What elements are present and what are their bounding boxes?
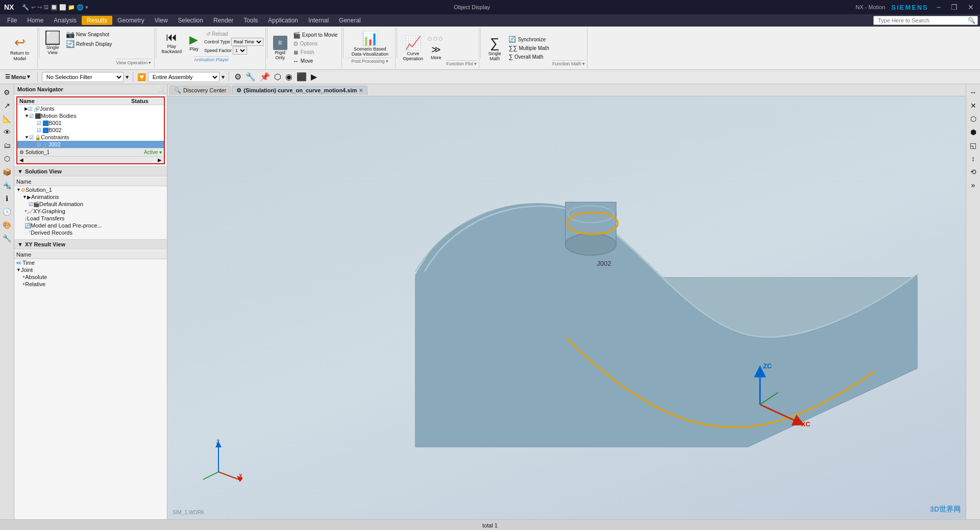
menu-home[interactable]: Home (22, 16, 48, 25)
sol-default-anim[interactable]: ☑ 🎬 Default Animation (14, 200, 167, 208)
reload-btn[interactable]: ↺ Reload (204, 31, 263, 37)
left-icon-history[interactable]: 🕓 (1, 206, 13, 218)
move-btn[interactable]: ↔ Move (291, 57, 339, 65)
xy-absolute[interactable]: + Absolute (14, 273, 167, 281)
multiple-math-btn[interactable]: ∑∑ Multiple Math (506, 44, 551, 52)
xy-time[interactable]: xc Time (14, 259, 167, 266)
return-to-model-btn[interactable]: ↩ Return toModel (8, 33, 31, 64)
selection-filter-select[interactable]: No Selection Filter (42, 72, 124, 82)
sol-solution1[interactable]: ▼ ⚙ Solution_1 (14, 186, 167, 193)
right-icon-close[interactable]: ✕ (967, 99, 979, 112)
solution-row: ⚙ Solution_1 Active ▾ (17, 148, 164, 156)
menu-application[interactable]: Application (263, 16, 303, 25)
menu-tools[interactable]: Tools (238, 16, 263, 25)
left-icon-assy[interactable]: 🔩 (1, 179, 13, 191)
sol-model-load[interactable]: 🔄 Model and Load Pre-proce... (14, 222, 167, 229)
rigid-only-btn[interactable]: R RigidOnly (271, 35, 290, 61)
left-icon-layer[interactable]: 🗂 (1, 139, 13, 152)
sol-animations[interactable]: ▼ ▶ Animations (14, 193, 167, 200)
play-btn[interactable]: ▶ Play (186, 32, 202, 53)
close-btn[interactable]: ✕ (966, 3, 976, 11)
refresh-display-btn[interactable]: 🔄 Refresh Display (64, 39, 114, 48)
menu-view[interactable]: View (150, 16, 173, 25)
left-icon-measure[interactable]: 📐 (1, 113, 13, 125)
tree-motion-bodies[interactable]: ▼ ☑ ⬛ Motion Bodies (17, 112, 164, 119)
xy-result-collapse: ▼ (17, 241, 23, 247)
speed-factor-select[interactable]: 1 (233, 46, 247, 55)
search-input[interactable] (876, 17, 968, 24)
scenario-btn[interactable]: 📊 Scenario BasedData-Visualization (350, 30, 390, 58)
control-type-select[interactable]: Real Time (231, 38, 263, 46)
left-icon-obj[interactable]: ⬡ (1, 153, 13, 165)
left-icon-color[interactable]: 🎨 (1, 219, 13, 231)
xy-joint[interactable]: ▼ Joint (14, 266, 167, 273)
left-icon-info[interactable]: ℹ (1, 192, 13, 205)
synchronize-btn[interactable]: 🔄 Synchronize (506, 35, 551, 43)
tree-joints[interactable]: ▶ ☑ 🔗 Joints (17, 105, 164, 112)
xy-result-header[interactable]: ▼ XY Result View (14, 239, 167, 249)
assembly-filter-select[interactable]: Entire Assembly (148, 72, 219, 82)
sim-close-btn[interactable]: ✕ (359, 88, 363, 93)
menu-general[interactable]: General (334, 16, 366, 25)
right-icon-view2[interactable]: ⬢ (967, 126, 979, 138)
tree-b001[interactable]: ☑ 🟦 B001 (17, 119, 164, 127)
navigator-maximize[interactable]: ⬜ (157, 86, 164, 92)
menu-results[interactable]: Results (82, 16, 112, 25)
tree-b002[interactable]: ☑ 🟦 B002 (17, 127, 164, 134)
left-icon-snap[interactable]: ⚙ (1, 86, 13, 98)
export-movie-btn[interactable]: 🎬 Export to Movie (291, 31, 339, 39)
overall-math-btn[interactable]: ∑ Overall Math (506, 53, 551, 61)
new-snapshot-btn[interactable]: 📷 New Snapshot (64, 30, 114, 39)
more-btn[interactable]: ≫ More (427, 43, 445, 61)
restore-btn[interactable]: ❐ (949, 3, 960, 11)
3d-viewport[interactable]: J002 ZC XC (167, 96, 966, 519)
toolbar-icon2[interactable]: 🔧 (244, 72, 257, 82)
menu-file[interactable]: File (2, 16, 22, 25)
menu-render[interactable]: Render (208, 16, 238, 25)
toolbar-icon1[interactable]: ⚙ (233, 72, 242, 82)
lt-label: Load Transfers (27, 215, 64, 221)
menu-geometry[interactable]: Geometry (112, 16, 150, 25)
finish-btn[interactable]: ⏹ Finish (291, 48, 339, 57)
solution-view-header[interactable]: ▼ Solution View (14, 166, 167, 176)
sep3 (267, 28, 267, 58)
right-icon-expand[interactable]: ↔ (967, 86, 979, 98)
toolbar-icon7[interactable]: ▶ (310, 72, 318, 82)
right-icon-rotate[interactable]: ⟲ (967, 166, 979, 178)
tab-simulation[interactable]: ⚙ (Simulation) curve_on_curve_motion4.si… (232, 86, 368, 95)
sol-derived-records[interactable]: 📄 Derived Records (14, 229, 167, 236)
right-icon-more[interactable]: » (967, 179, 979, 191)
tree-constraints[interactable]: ▼ ☑ 🔒 Constraints (17, 134, 164, 141)
menu-internal[interactable]: Internal (303, 16, 334, 25)
menu-analysis[interactable]: Analysis (48, 16, 82, 25)
single-math-btn[interactable]: ∑ SingleMath (484, 34, 505, 62)
right-icon-view1[interactable]: ⬡ (967, 113, 979, 125)
right-icon-fit[interactable]: ◱ (967, 139, 979, 152)
toolbar-icon3[interactable]: 📌 (259, 72, 271, 82)
menu-btn[interactable]: ☰ Menu ▾ (2, 72, 33, 81)
xy-relative[interactable]: + Relative (14, 281, 167, 288)
single-view-btn[interactable]: ⬜ SingleView (42, 30, 63, 56)
speed-factor-row: Speed Factor 1 (204, 46, 263, 55)
toolbar-icon4[interactable]: ⬡ (273, 72, 282, 82)
options-btn[interactable]: ⚙ Options (291, 40, 339, 48)
left-icon-select[interactable]: ↗ (1, 99, 13, 112)
sol-xy-graphing[interactable]: + 📈 XY-Graphing (14, 208, 167, 215)
left-icon-tool[interactable]: 🔧 (1, 232, 13, 244)
toolbar-icon6[interactable]: ⬛ (296, 72, 308, 82)
left-icon-view[interactable]: 👁 (1, 126, 13, 138)
menu-selection[interactable]: Selection (173, 16, 208, 25)
curve-operation-btn[interactable]: 📈 CurveOperation (400, 34, 426, 62)
tree-j002[interactable]: ☑ 🔗 J002 (17, 141, 164, 148)
ml-label: Model and Load Pre-proce... (31, 222, 102, 229)
minimize-btn[interactable]: − (935, 3, 943, 11)
sol-tree-header: Name (14, 178, 167, 186)
toolbar-icon5[interactable]: ◉ (284, 72, 293, 82)
play-backward-btn[interactable]: ⏮ PlayBackward (159, 30, 184, 55)
left-icon-part[interactable]: 📦 (1, 166, 13, 178)
scroll-left[interactable]: ◀ (19, 157, 23, 163)
scroll-right[interactable]: ▶ (158, 157, 162, 163)
right-icon-zoom[interactable]: ↕ (967, 153, 979, 165)
sol-load-transfers[interactable]: ↕ Load Transfers (14, 215, 167, 222)
tab-discovery[interactable]: 🔍 Discovery Center (169, 86, 231, 95)
